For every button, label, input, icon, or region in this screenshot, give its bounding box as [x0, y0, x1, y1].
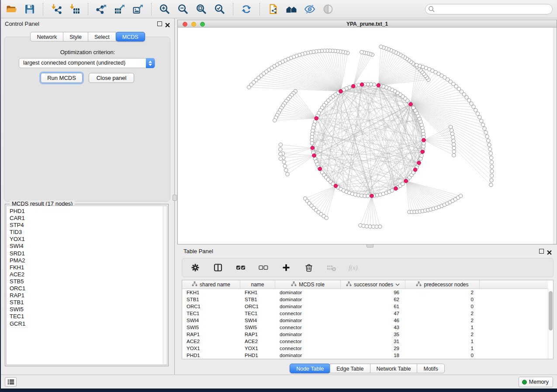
list-icon	[7, 378, 15, 386]
column-label: name	[251, 282, 264, 288]
mcds-result-item[interactable]: PHD1	[10, 208, 167, 215]
table-cell: 1	[405, 324, 480, 331]
column-type-icon	[192, 281, 197, 288]
table-cell: PHD1	[182, 352, 240, 359]
table-cell: dominator	[275, 352, 341, 359]
column-header-MCDS-role[interactable]: MCDS role	[275, 280, 341, 289]
table-row[interactable]: ACE2ACE2connector311	[182, 338, 548, 345]
table-cell: dominator	[275, 331, 341, 338]
mcds-result-item[interactable]: SWI5	[10, 306, 167, 313]
table-scrollbar-thumb[interactable]	[549, 291, 553, 330]
mcds-result-item[interactable]: PMA2	[10, 257, 167, 264]
mcds-result-item[interactable]: YOX1	[10, 236, 167, 243]
toolbar-separator	[259, 3, 260, 15]
column-header-shared-name[interactable]: shared name	[182, 280, 240, 289]
table-scrollbar-track[interactable]	[548, 289, 553, 359]
apply-layout-icon[interactable]	[240, 3, 253, 15]
hide-selection-icon[interactable]	[304, 3, 316, 15]
deselect-all-icon[interactable]	[257, 261, 270, 274]
mcds-result-item[interactable]: CAR1	[10, 215, 167, 222]
tab-motifs[interactable]: Motifs	[417, 364, 444, 373]
mcds-result-item[interactable]: ACE2	[10, 271, 167, 278]
run-mcds-button[interactable]: Run MCDS	[41, 73, 83, 83]
table-row[interactable]: FKH1FKH1dominator962	[182, 289, 548, 296]
column-header-predecessor-nodes[interactable]: predecessor nodes	[405, 280, 480, 289]
first-neighbors-icon[interactable]	[285, 3, 298, 15]
table-cell: 2	[405, 317, 480, 324]
mcds-result-item[interactable]: STB1	[10, 299, 167, 306]
mcds-list-scrollbar[interactable]	[163, 206, 167, 365]
split-view-icon[interactable]	[212, 261, 224, 274]
mcds-result-list: PHD1CAR1STP4TID3YOX1SWI4SRD1PMA2FKH1ACE2…	[6, 206, 167, 365]
add-icon[interactable]	[280, 261, 292, 274]
table-cell: dominator	[275, 317, 341, 324]
mcds-result-item[interactable]: SRD1	[10, 250, 167, 257]
close-panel-button[interactable]: Close panel	[89, 73, 134, 83]
delete-table-icon	[325, 261, 338, 274]
mcds-result-item[interactable]: STP4	[10, 222, 167, 229]
import-network-icon[interactable]	[50, 3, 62, 15]
table-row[interactable]: SWI5SWI5connector431	[182, 324, 548, 331]
tab-network-table[interactable]: Network Table	[370, 364, 418, 373]
memory-button[interactable]: Memory	[519, 377, 553, 387]
tab-style[interactable]: Style	[63, 32, 88, 41]
table-cell: 1	[405, 345, 480, 352]
trash-icon[interactable]	[303, 261, 315, 274]
save-session-icon[interactable]	[24, 3, 36, 15]
table-cell: 18	[341, 352, 405, 359]
horizontal-splitter-handle[interactable]	[367, 244, 374, 248]
control-panel: Control Panel NetworkStyleSelectMCDS Opt…	[1, 18, 175, 375]
zoom-out-icon[interactable]	[177, 3, 189, 15]
tab-edge-table[interactable]: Edge Table	[330, 364, 370, 373]
tab-network[interactable]: Network	[30, 32, 63, 41]
table-row[interactable]: RAP1RAP1dominator352	[182, 331, 548, 338]
export-table-icon[interactable]	[114, 3, 126, 15]
table-row[interactable]: STB1STB1dominator620	[182, 296, 548, 303]
search-input[interactable]	[425, 4, 553, 14]
table-cell: 2	[405, 289, 480, 296]
vertical-splitter-handle[interactable]	[173, 195, 177, 201]
mcds-result-item[interactable]: TEC1	[10, 313, 167, 320]
tab-mcds[interactable]: MCDS	[116, 32, 145, 41]
zoom-selected-icon[interactable]	[214, 3, 226, 15]
table-row[interactable]: YOX1YOX1connector291	[182, 345, 548, 352]
network-canvas[interactable]	[178, 28, 557, 244]
table-cell: SWI5	[240, 324, 275, 331]
export-image-icon[interactable]	[132, 3, 144, 15]
task-history-button[interactable]	[5, 377, 17, 387]
table-row[interactable]: ORC1ORC1dominator610	[182, 303, 548, 310]
column-header-name[interactable]: name	[240, 280, 275, 289]
network-scrollbar[interactable]	[553, 28, 557, 244]
new-network-from-selection-icon[interactable]	[267, 3, 279, 15]
export-network-icon[interactable]	[95, 3, 107, 15]
table-row[interactable]: TEC1TEC1connector472	[182, 310, 548, 317]
mcds-result-item[interactable]: RAP1	[10, 292, 167, 299]
float-window-icon[interactable]	[157, 21, 162, 26]
table-cell: 31	[341, 338, 405, 345]
mcds-result-item[interactable]: TID3	[10, 229, 167, 236]
table-row[interactable]: SWI4SWI4dominator462	[182, 317, 548, 324]
mcds-result-item[interactable]: STB5	[10, 278, 167, 285]
tab-node-table[interactable]: Node Table	[290, 364, 330, 373]
close-panel-icon[interactable]	[165, 21, 170, 26]
table-cell: 96	[341, 289, 405, 296]
zoom-fit-icon[interactable]	[195, 3, 208, 15]
column-header-successor-nodes[interactable]: successor nodes	[341, 280, 405, 289]
select-all-icon[interactable]	[235, 261, 247, 274]
table-cell: YOX1	[240, 345, 275, 352]
table-cell: ORC1	[240, 303, 275, 310]
mcds-result-item[interactable]: ORC1	[10, 285, 167, 292]
gear-icon[interactable]	[189, 261, 201, 274]
table-cell: TEC1	[240, 310, 275, 317]
tab-select[interactable]: Select	[88, 32, 116, 41]
mcds-result-item[interactable]: FKH1	[10, 264, 167, 271]
open-session-icon[interactable]	[5, 3, 17, 15]
optimization-criterion-select[interactable]: largest connected component (undirected)	[19, 58, 155, 68]
mcds-result-item[interactable]: SWI4	[10, 243, 167, 250]
float-window-icon[interactable]	[539, 249, 544, 254]
zoom-in-icon[interactable]	[159, 3, 171, 15]
mcds-result-item[interactable]: GCR1	[10, 320, 167, 327]
import-table-icon[interactable]	[69, 3, 81, 15]
table-row[interactable]: PHD1PHD1dominator180	[182, 352, 548, 359]
close-panel-icon[interactable]	[547, 249, 552, 254]
